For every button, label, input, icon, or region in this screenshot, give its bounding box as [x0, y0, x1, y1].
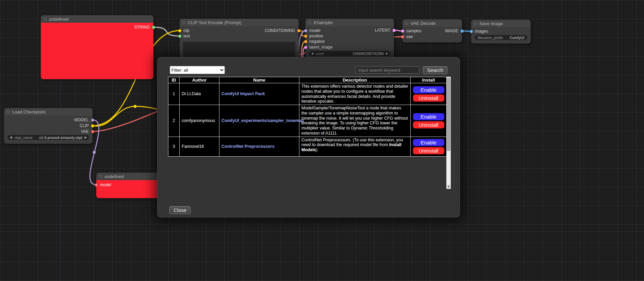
- collapse-dot-icon[interactable]: [182, 21, 185, 24]
- slot-dot-icon[interactable]: [297, 29, 300, 32]
- input-slot-latent-image[interactable]: latent_image: [306, 45, 394, 50]
- cell-install: Enable Uninstall: [411, 83, 447, 105]
- slot-dot-icon[interactable]: [152, 26, 155, 29]
- widget-label: seed: [316, 52, 324, 56]
- slot-label: LATENT: [375, 28, 390, 33]
- slot-dot-icon[interactable]: [178, 35, 181, 38]
- enable-button[interactable]: Enable: [413, 113, 444, 120]
- input-slot-negative[interactable]: negative: [306, 39, 394, 44]
- slot-dot-icon[interactable]: [304, 46, 307, 49]
- scrollbar-thumb[interactable]: [447, 78, 450, 151]
- slot-dot-icon[interactable]: [91, 124, 94, 127]
- slot-dot-icon[interactable]: [95, 183, 98, 187]
- filename-prefix-widget[interactable]: filename_prefix ComfyUI: [475, 35, 527, 40]
- slot-label: VAE: [81, 129, 89, 134]
- uninstall-button[interactable]: Uninstall: [413, 121, 444, 128]
- description-text: ModelSamplerTonemapNoiseTest a node that…: [301, 106, 408, 136]
- widget-value: 156680208700286: [352, 52, 384, 56]
- table-row: 1 Dr.Lt.Data ComfyUI Impact Pack This ex…: [168, 83, 447, 105]
- node-save-image[interactable]: Save Image images filename_prefix ComfyU…: [471, 20, 531, 43]
- slot-dot-icon[interactable]: [461, 30, 464, 33]
- node-clip-text-encode[interactable]: CLIP Text Encode (Prompt) clip text COND…: [180, 19, 299, 59]
- slot-label: STRING: [134, 25, 150, 30]
- filter-select[interactable]: Filter: all: [170, 66, 225, 74]
- table-header-row: ID Author Name Description Install: [168, 77, 447, 83]
- node-load-checkpoint[interactable]: Load Checkpoint MODEL CLIP VAE ◀ ckpt_na…: [4, 108, 93, 144]
- seed-widget[interactable]: ◀ seed 156680208700286 ▶: [309, 51, 391, 56]
- extension-link[interactable]: ControlNet Preprocessors: [221, 144, 275, 149]
- collapse-dot-icon[interactable]: [99, 175, 102, 178]
- extension-link[interactable]: ComfyUI_experiments/sampler_tonemap: [221, 118, 304, 123]
- dialog-topbar: Filter: all Search: [170, 66, 447, 74]
- increment-arrow-icon[interactable]: ▶: [386, 52, 388, 55]
- slot-dot-icon[interactable]: [470, 30, 473, 33]
- output-slot-string[interactable]: STRING: [41, 24, 153, 30]
- output-slot-conditioning[interactable]: CONDITIONING: [180, 28, 299, 33]
- node-title: KSampler: [314, 20, 333, 25]
- enable-button[interactable]: Enable: [413, 86, 444, 93]
- prev-arrow-icon[interactable]: ◀: [10, 136, 12, 139]
- input-slot-vae[interactable]: vae: [402, 34, 462, 39]
- scrollbar[interactable]: ▼: [446, 77, 451, 189]
- cell-description: This extension offers various detector n…: [299, 83, 411, 105]
- node-title: undefined: [104, 174, 124, 179]
- node-header[interactable]: KSampler: [306, 19, 394, 26]
- cell-author: Dr.Lt.Data: [180, 83, 219, 105]
- search-input[interactable]: [356, 66, 419, 74]
- collapse-dot-icon[interactable]: [405, 22, 408, 25]
- slot-dot-icon[interactable]: [304, 35, 307, 38]
- description-text: ControlNet Preprocessors. (To use this e…: [301, 138, 403, 147]
- slot-dot-icon[interactable]: [304, 40, 307, 43]
- decrement-arrow-icon[interactable]: ◀: [311, 52, 313, 55]
- node-undefined-top[interactable]: undefined STRING: [41, 15, 153, 79]
- collapse-dot-icon[interactable]: [44, 18, 47, 21]
- output-slot-image[interactable]: IMAGE: [402, 28, 462, 34]
- output-slot-clip[interactable]: CLIP: [4, 123, 93, 128]
- collapse-dot-icon[interactable]: [474, 22, 477, 25]
- input-slot-images[interactable]: images: [471, 29, 531, 34]
- node-ksampler[interactable]: KSampler model positive negative latent_…: [306, 19, 394, 59]
- slot-dot-icon[interactable]: [91, 119, 94, 122]
- link-midpoint-dot[interactable]: [134, 105, 137, 108]
- description-after-text: ): [316, 147, 317, 152]
- link-midpoint-dot[interactable]: [93, 151, 96, 154]
- header-author: Author: [180, 77, 219, 83]
- output-slot-latent[interactable]: LATENT: [306, 28, 394, 33]
- slot-label: IMAGE: [445, 29, 458, 33]
- output-slot-vae[interactable]: VAE: [4, 129, 93, 134]
- slot-dot-icon[interactable]: [401, 35, 404, 38]
- node-title: CLIP Text Encode (Prompt): [188, 20, 242, 25]
- cell-id: 2: [168, 105, 180, 137]
- node-graph-canvas[interactable]: undefined STRING CLIP Text Encode (Promp…: [0, 0, 644, 281]
- slot-label: model: [100, 182, 111, 187]
- collapse-dot-icon[interactable]: [7, 110, 10, 113]
- cell-description: ControlNet Preprocessors. (To use this e…: [299, 137, 411, 156]
- slot-dot-icon[interactable]: [393, 29, 396, 32]
- collapse-dot-icon[interactable]: [308, 21, 311, 24]
- scroll-down-arrow-icon[interactable]: ▼: [446, 184, 451, 189]
- node-vae-decode[interactable]: VAE Decode samples vae IMAGE: [402, 19, 462, 42]
- output-slot-model[interactable]: MODEL: [4, 117, 93, 123]
- node-title: undefined: [49, 17, 68, 22]
- input-slot-text[interactable]: text: [180, 33, 299, 39]
- ckpt-name-widget[interactable]: ◀ ckpt_name v1-5-pruned-emaonly.ckpt ▶: [7, 135, 89, 140]
- search-button[interactable]: Search: [423, 66, 447, 74]
- enable-button[interactable]: Enable: [413, 139, 444, 146]
- close-button[interactable]: Close: [169, 206, 191, 214]
- next-arrow-icon[interactable]: ▶: [85, 136, 87, 139]
- search-group: Search: [356, 66, 447, 74]
- header-name: Name: [219, 77, 299, 83]
- uninstall-button[interactable]: Uninstall: [413, 147, 444, 154]
- node-header[interactable]: Save Image: [471, 20, 531, 27]
- custom-nodes-manager-dialog: Filter: all Search ID Author Name Descri…: [157, 57, 460, 217]
- uninstall-button[interactable]: Uninstall: [413, 94, 444, 102]
- extension-link[interactable]: ComfyUI Impact Pack: [221, 91, 265, 96]
- node-header[interactable]: Load Checkpoint: [4, 108, 93, 116]
- text-widget[interactable]: [183, 42, 295, 57]
- node-header[interactable]: CLIP Text Encode (Prompt): [180, 19, 299, 26]
- widget-value: ComfyUI: [510, 36, 524, 40]
- node-header[interactable]: undefined: [41, 15, 153, 23]
- slot-dot-icon[interactable]: [91, 130, 94, 133]
- input-slot-positive[interactable]: positive: [306, 33, 394, 39]
- node-header[interactable]: VAE Decode: [402, 19, 462, 27]
